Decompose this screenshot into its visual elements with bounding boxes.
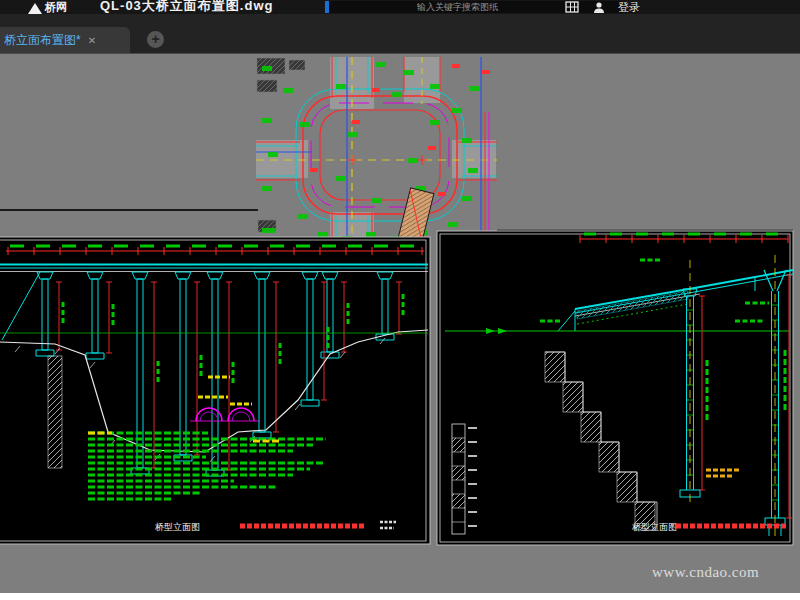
site-logo: 桥网	[28, 0, 67, 14]
cad-drawing: 桥型立面图	[0, 54, 800, 593]
site-watermark: www.cndao.com	[652, 564, 759, 581]
grid-icon[interactable]	[565, 1, 579, 13]
tab-bar: 桥立面布置图* ✕ +	[0, 14, 800, 54]
tab-label: 桥立面布置图*	[4, 32, 81, 49]
ring-road-outer	[303, 96, 457, 214]
right-sheet: 桥型立面图	[437, 231, 793, 545]
slope-hatch	[48, 356, 62, 468]
left-sheet: 桥型立面图	[0, 237, 430, 544]
title-bar: 桥网 QL-03大桥立面布置图.dwg 登录	[0, 0, 800, 14]
bottom-strip	[0, 593, 800, 600]
document-filename: QL-03大桥立面布置图.dwg	[100, 0, 273, 15]
drawing-canvas[interactable]: 桥型立面图	[0, 54, 800, 593]
search-input[interactable]	[325, 1, 627, 13]
left-sheet-title: 桥型立面图	[155, 522, 200, 532]
cad-viewer-window: 桥网 QL-03大桥立面布置图.dwg 登录 桥立面布置图* ✕ +	[0, 0, 800, 600]
logo-bridge-icon	[28, 3, 42, 14]
tab-close-icon[interactable]: ✕	[88, 35, 96, 46]
new-tab-button[interactable]: +	[147, 31, 164, 48]
user-icon[interactable]	[592, 1, 606, 13]
right-sheet-title: 桥型立面图	[632, 522, 677, 532]
login-button[interactable]: 登录	[618, 0, 640, 14]
tab-bridge-elevation[interactable]: 桥立面布置图* ✕	[0, 27, 130, 53]
logo-text: 桥网	[45, 1, 67, 14]
bridge-deck-plan	[398, 188, 434, 244]
